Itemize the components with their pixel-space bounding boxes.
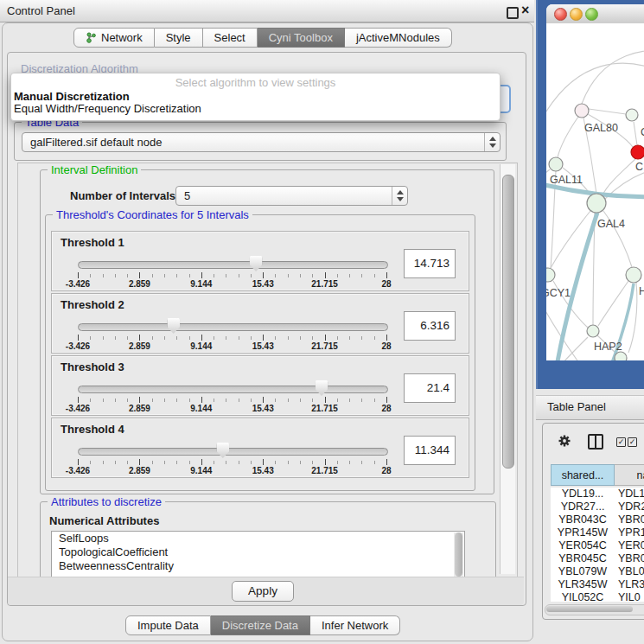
slider-track[interactable] (78, 448, 388, 456)
numerical-attributes-list[interactable]: SelfLoopsTopologicalCoefficientBetweenne… (51, 531, 465, 578)
list-scrollbar-thumb[interactable] (455, 532, 462, 577)
settings-scrollbar-thumb[interactable] (502, 175, 514, 469)
tab-cyni-toolbox[interactable]: Cyni Toolbox (258, 28, 345, 48)
table-row[interactable]: YBR043CYBR0 (551, 513, 644, 526)
name-cell[interactable]: YLR3 (615, 578, 644, 591)
network-node[interactable] (546, 268, 555, 282)
shared-name-cell[interactable]: YIL052C (551, 591, 615, 602)
network-canvas[interactable]: GAL80GALCGAL11GAL4GCY1HHAP2 (546, 23, 644, 360)
close-icon[interactable]: × (521, 3, 529, 18)
num-intervals-select[interactable]: 5 (175, 186, 408, 206)
algorithm-option[interactable]: Equal Width/Frequency Discretization (14, 103, 201, 115)
network-node[interactable] (631, 145, 644, 159)
close-traffic-light[interactable] (554, 8, 567, 21)
shared-name-cell[interactable]: YDR27... (551, 501, 615, 513)
name-cell[interactable]: YBL0 (615, 565, 644, 578)
tab-network[interactable]: Network (73, 28, 155, 48)
table-row[interactable]: YLR345WYLR3 (551, 578, 644, 591)
axis-label: 15.43 (252, 341, 274, 351)
name-cell[interactable]: YDL1 (615, 488, 644, 501)
shared-name-cell[interactable]: YER054C (551, 539, 615, 552)
attribute-list-item[interactable]: TopologicalCoefficient (52, 545, 464, 559)
network-node[interactable] (587, 194, 606, 213)
name-cell[interactable]: YPR1 (615, 526, 644, 539)
table-row[interactable]: YBR045CYBR0 (551, 552, 644, 565)
slider-thumb[interactable] (216, 443, 229, 458)
name-cell[interactable]: YBR0 (615, 513, 644, 526)
network-edge[interactable] (582, 50, 644, 104)
threshold-value-field[interactable]: 14.713 (404, 249, 456, 278)
network-node[interactable] (549, 157, 563, 171)
table-row[interactable]: YER054CYER0 (551, 539, 644, 552)
threshold-value-field[interactable]: 6.316 (404, 311, 456, 341)
tab-jactivemnodules[interactable]: jActiveMNodules (345, 28, 452, 48)
network-node[interactable] (626, 267, 641, 283)
shared-name-cell[interactable]: YPR145W (551, 526, 615, 539)
combo-spinner[interactable] (392, 187, 407, 205)
network-edge[interactable] (558, 117, 578, 157)
tab-discretize-data[interactable]: Discretize Data (211, 615, 310, 635)
table-row[interactable]: YIL052CYIL0 (551, 591, 644, 602)
slider-thumb[interactable] (167, 318, 180, 334)
tab-infer-network[interactable]: Infer Network (310, 615, 400, 635)
zoom-traffic-light[interactable] (585, 8, 598, 21)
table-row[interactable]: YDR27...YDR2 (551, 501, 644, 513)
name-cell[interactable]: YBR0 (615, 552, 644, 565)
network-node[interactable] (587, 325, 599, 337)
name-cell[interactable]: YER0 (615, 539, 644, 552)
threshold-value-field[interactable]: 21.4 (404, 373, 456, 403)
network-node[interactable] (626, 109, 638, 121)
combo-spinner[interactable] (484, 133, 500, 151)
checkbox-icon[interactable]: ✓ (628, 437, 637, 447)
column-header-name[interactable]: na (615, 464, 644, 486)
shared-name-cell[interactable]: YDL19... (551, 488, 615, 501)
shared-name-cell[interactable]: YBR043C (551, 513, 615, 526)
algorithm-placeholder-option[interactable]: Select algorithm to view settings (11, 76, 500, 89)
shared-name-cell[interactable]: YLR345W (551, 578, 615, 591)
minimize-traffic-light[interactable] (570, 8, 583, 21)
network-edge[interactable] (589, 109, 626, 114)
gear-icon[interactable] (558, 434, 571, 448)
name-cell[interactable]: YDR2 (615, 501, 644, 513)
network-edge[interactable] (546, 63, 644, 114)
list-scrollbar[interactable] (454, 532, 463, 577)
table-rows: YDL19...YDL1YDR27...YDR2YBR043CYBR0YPR14… (551, 488, 644, 602)
checkbox-icon[interactable]: ✓ (616, 437, 626, 447)
attribute-list-item[interactable]: BetweennessCentrality (52, 559, 464, 573)
shared-name-cell[interactable]: YBR045C (551, 552, 615, 565)
network-edge[interactable] (549, 337, 588, 360)
slider-thumb[interactable] (250, 256, 263, 271)
table-row[interactable]: YPR145WYPR1 (551, 526, 644, 539)
slider-track[interactable] (78, 386, 388, 393)
table-row[interactable]: YDL19...YDL1 (551, 488, 644, 501)
shared-name-cell[interactable]: YBL079W (551, 565, 615, 578)
tick (176, 461, 177, 464)
table-row[interactable]: YBL079WYBL0 (551, 565, 644, 578)
table-hscrollbar-thumb[interactable] (546, 606, 633, 612)
table-data-select[interactable]: galFiltered.sif default node (22, 132, 501, 152)
settings-scrollbar[interactable] (500, 164, 515, 574)
network-edge[interactable] (634, 122, 637, 145)
network-edge[interactable] (603, 159, 635, 195)
network-window-titlebar[interactable] (546, 4, 644, 24)
network-node[interactable] (615, 352, 627, 360)
name-cell[interactable]: YIL0 (615, 591, 644, 602)
attribute-list-item[interactable]: SelfLoops (52, 532, 464, 545)
network-edge[interactable] (598, 281, 628, 326)
apply-button[interactable]: Apply (232, 581, 294, 602)
slider-track[interactable] (78, 323, 388, 331)
network-node[interactable] (575, 104, 589, 118)
slider-axis-labels: -3.4262.8599.14415.4321.71528 (78, 341, 386, 351)
split-columns-icon[interactable] (588, 434, 603, 450)
table-horizontal-scrollbar[interactable] (545, 604, 644, 615)
slider-thumb[interactable] (316, 380, 328, 396)
tab-style[interactable]: Style (155, 28, 203, 48)
float-window-icon[interactable] (507, 7, 519, 19)
threshold-value-field[interactable]: 11.344 (404, 436, 456, 465)
tab-select[interactable]: Select (203, 28, 258, 48)
slider-track[interactable] (78, 261, 388, 269)
tab-impute-data[interactable]: Impute Data (125, 615, 211, 635)
tick (226, 336, 226, 340)
column-header-shared-name[interactable]: shared... (551, 464, 615, 486)
algorithm-option[interactable]: Manual Discretization (14, 91, 130, 103)
